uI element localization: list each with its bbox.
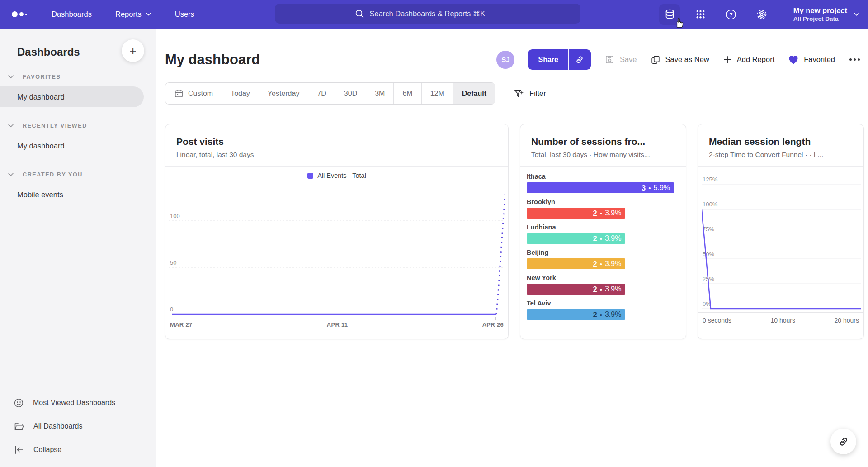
x-tick-label: 10 hours [770, 317, 795, 324]
sidebar-section-created-by-you: CREATED BY YOU Mobile events [0, 172, 156, 205]
city-bar-row[interactable]: Tel Aviv2•3.9% [527, 300, 674, 320]
post-visits-line-chart: 100500 [169, 181, 505, 317]
duplicate-icon [651, 55, 660, 65]
sessions-by-city-card[interactable]: Number of sessions fro... Total, last 30… [520, 124, 686, 339]
x-tick-label: 0 seconds [703, 317, 731, 324]
share-split-button: Share [528, 49, 590, 70]
date-tab-custom[interactable]: Custom [165, 83, 222, 104]
date-tab-3m[interactable]: 3M [366, 83, 394, 104]
date-tab-6m[interactable]: 6M [394, 83, 421, 104]
x-tick-label: APR 26 [482, 321, 504, 328]
smiley-icon [14, 398, 24, 408]
chevron-down-icon [854, 12, 860, 16]
calendar-icon [174, 89, 184, 98]
x-axis-labels: MAR 27APR 11APR 26 [165, 317, 508, 328]
search-input[interactable] [370, 10, 501, 18]
x-tick-label: 20 hours [835, 317, 859, 324]
city-bars-list: Ithaca3•5.9%Brooklyn2•3.9%Ludhiana2•3.9%… [520, 167, 686, 320]
city-bar-row[interactable]: New York2•3.9% [527, 274, 674, 295]
bar-new-york[interactable]: 2•3.9% [527, 284, 625, 295]
add-report-button[interactable]: Add Report [723, 55, 774, 64]
search-icon [355, 9, 364, 19]
global-search[interactable] [275, 4, 580, 24]
date-tab-7d[interactable]: 7D [308, 83, 335, 104]
date-tab-default[interactable]: Default [453, 83, 495, 104]
date-tab-30d[interactable]: 30D [335, 83, 366, 104]
bar-beijing[interactable]: 2•3.9% [527, 258, 625, 269]
sidebar-item-my-dashboard[interactable]: My dashboard [0, 86, 144, 107]
nav-reports[interactable]: Reports [115, 10, 151, 19]
svg-text:0: 0 [170, 306, 173, 313]
card-subtitle: Linear, total, last 30 days [176, 151, 497, 159]
city-bar-row[interactable]: Beijing2•3.9% [527, 249, 674, 269]
favorites-section-header[interactable]: FAVORITES [0, 74, 156, 80]
bar-city-label: Brooklyn [527, 198, 674, 205]
bar-ithaca[interactable]: 3•5.9% [527, 182, 674, 193]
bar-ludhiana[interactable]: 2•3.9% [527, 233, 625, 244]
save-as-new-button[interactable]: Save as New [651, 55, 709, 65]
more-options-button[interactable] [849, 56, 861, 63]
data-management-button[interactable] [659, 4, 680, 25]
most-viewed-dashboards-link[interactable]: Most Viewed Dashboards [0, 391, 156, 415]
card-title[interactable]: Post visits [176, 136, 497, 147]
city-bar-row[interactable]: Ithaca3•5.9% [527, 173, 674, 193]
x-tick-label: MAR 27 [170, 321, 192, 328]
save-button[interactable]: Save [604, 54, 637, 65]
sidebar-section-recently-viewed: RECENTLY VIEWED My dashboard [0, 123, 156, 156]
bar-brooklyn[interactable]: 2•3.9% [527, 208, 625, 219]
apps-grid-button[interactable] [690, 4, 711, 25]
city-bar-row[interactable]: Brooklyn2•3.9% [527, 198, 674, 219]
date-tab-12m[interactable]: 12M [422, 83, 453, 104]
copy-link-button[interactable] [568, 49, 591, 70]
chevron-down-icon [8, 124, 14, 128]
favorited-button[interactable]: Favorited [788, 55, 835, 65]
svg-text:50: 50 [170, 259, 176, 266]
help-button[interactable]: ? [721, 4, 741, 25]
link-icon [575, 55, 585, 65]
city-bar-row[interactable]: Ludhiana2•3.9% [527, 224, 674, 244]
apps-grid-icon [695, 9, 706, 20]
topbar-icon-group: ? [659, 0, 772, 29]
folder-icon [14, 421, 24, 432]
sidebar-item-my-dashboard-recent[interactable]: My dashboard [0, 135, 144, 156]
date-filter-row: CustomTodayYesterday7D30D3M6M12MDefault … [165, 82, 868, 105]
svg-text:?: ? [729, 11, 733, 18]
card-title[interactable]: Number of sessions fro... [531, 136, 675, 147]
sidebar-section-favorites: FAVORITES My dashboard [0, 74, 156, 107]
bar-city-label: Beijing [527, 249, 674, 256]
chevron-down-icon [8, 75, 14, 79]
dashboard-actions: SJ Share Save Save as New Add Report [496, 49, 861, 70]
card-title[interactable]: Median session length [709, 136, 853, 147]
recently-viewed-section-header[interactable]: RECENTLY VIEWED [0, 123, 156, 129]
chevron-down-icon [8, 173, 14, 176]
median-session-length-card[interactable]: Median session length 2-step Time to Con… [698, 124, 864, 339]
mixpanel-logo[interactable] [12, 11, 33, 17]
series-all-events-trailing-incomplete [496, 189, 505, 314]
nav-dashboards[interactable]: Dashboards [52, 10, 92, 19]
project-name: My new project [793, 6, 847, 15]
svg-text:100: 100 [170, 213, 180, 219]
new-dashboard-button[interactable]: + [122, 39, 144, 62]
bar-city-label: Ludhiana [527, 224, 674, 231]
svg-text:75%: 75% [703, 226, 714, 233]
settings-button[interactable] [751, 4, 772, 25]
sidebar-item-mobile-events[interactable]: Mobile events [0, 184, 144, 205]
bar-tel-aviv[interactable]: 2•3.9% [527, 309, 625, 320]
collapse-sidebar-button[interactable]: Collapse [0, 438, 156, 462]
nav-users[interactable]: Users [175, 10, 194, 19]
date-tab-yesterday[interactable]: Yesterday [259, 83, 309, 104]
page-title: My dashboard [165, 52, 260, 68]
all-dashboards-link[interactable]: All Dashboards [0, 415, 156, 438]
chevron-down-icon [146, 12, 151, 16]
share-button[interactable]: Share [528, 49, 568, 70]
settings-gear-icon [756, 9, 768, 20]
filter-button[interactable]: Filter [514, 89, 546, 99]
date-tab-today[interactable]: Today [222, 83, 259, 104]
created-by-you-section-header[interactable]: CREATED BY YOU [0, 172, 156, 178]
post-visits-card[interactable]: Post visits Linear, total, last 30 days … [165, 124, 509, 339]
sidebar-footer: Most Viewed Dashboards All Dashboards Co… [0, 386, 156, 467]
floating-link-button[interactable] [830, 429, 856, 454]
project-switcher[interactable]: My new project All Project Data [793, 0, 860, 29]
bar-city-label: New York [527, 274, 674, 281]
avatar[interactable]: SJ [496, 51, 514, 69]
